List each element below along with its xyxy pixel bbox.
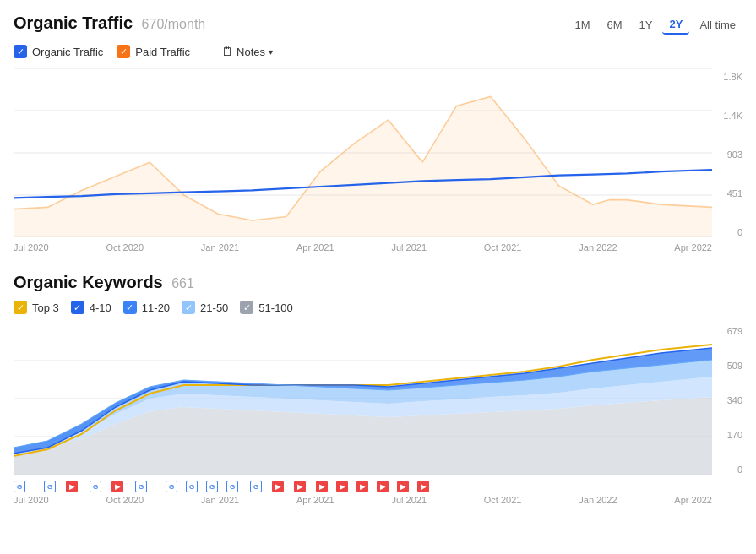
notes-label: Notes — [237, 46, 265, 58]
google-icon: G — [250, 481, 262, 492]
keywords-chart — [14, 323, 712, 475]
notes-chevron-icon: ▾ — [269, 47, 273, 57]
ky-label-3: 170 — [712, 430, 742, 440]
r4-10-label: 4-10 — [90, 301, 111, 314]
top3-label: Top 3 — [32, 301, 59, 314]
organic-traffic-x-axis: Jul 2020 Oct 2020 Jan 2021 Apr 2021 Jul … — [14, 241, 742, 253]
r11-20-label: 11-20 — [142, 301, 170, 314]
organic-keywords-header: Organic Keywords 661 — [14, 273, 742, 292]
flag-icon: ▶ — [356, 481, 368, 492]
notes-icon: 🗒 — [221, 45, 233, 58]
time-btn-2y[interactable]: 2Y — [662, 15, 689, 35]
flag-icon: ▶ — [377, 481, 389, 492]
kx-label-0: Jul 2020 — [14, 495, 49, 505]
flag-icon: ▶ — [316, 481, 328, 492]
google-icon: G — [226, 481, 238, 492]
x-label-4: Jul 2021 — [391, 242, 427, 253]
organic-keywords-title: Organic Keywords — [14, 273, 163, 291]
google-icon: G — [44, 481, 56, 492]
x-label-0: Jul 2020 — [14, 242, 49, 253]
x-label-2: Jan 2021 — [201, 242, 239, 253]
ky-label-2: 340 — [712, 395, 742, 405]
notes-button[interactable]: 🗒 Notes ▾ — [218, 43, 276, 60]
google-icon: G — [14, 481, 25, 492]
ky-label-0: 679 — [712, 326, 742, 336]
svg-marker-5 — [14, 96, 712, 237]
organic-traffic-title: Organic Traffic — [14, 14, 133, 32]
kx-label-4: Jul 2021 — [391, 495, 427, 505]
r11-20-checkbox[interactable]: ✓ — [123, 301, 137, 314]
organic-traffic-chart-wrapper: 1.8K 1.4K 903 451 0 — [14, 68, 742, 241]
google-icon: G — [166, 481, 177, 492]
r51-100-legend: ✓ 51-100 — [240, 301, 292, 314]
organic-checkbox[interactable]: ✓ — [14, 45, 27, 58]
r11-20-legend: ✓ 11-20 — [123, 301, 170, 314]
y-label-4: 0 — [712, 227, 742, 237]
keywords-legend-row: ✓ Top 3 ✓ 4-10 ✓ 11-20 ✓ 21-50 ✓ 51-100 — [14, 301, 742, 314]
organic-traffic-chart — [14, 68, 712, 237]
google-icon: G — [206, 481, 218, 492]
kx-label-5: Oct 2021 — [484, 495, 522, 505]
y-label-0: 1.8K — [712, 72, 742, 82]
flag-icon: ▶ — [66, 481, 78, 492]
organic-traffic-y-axis: 1.8K 1.4K 903 451 0 — [712, 68, 742, 241]
kx-label-3: Apr 2021 — [296, 495, 334, 505]
r21-50-label: 21-50 — [200, 301, 228, 314]
traffic-legend-row: ✓ Organic Traffic ✓ Paid Traffic 🗒 Notes… — [14, 43, 742, 60]
time-btn-6m[interactable]: 6M — [601, 16, 629, 34]
paid-checkbox[interactable]: ✓ — [117, 45, 130, 58]
organic-traffic-header: Organic Traffic 670/month 1M 6M 1Y 2Y Al… — [14, 14, 742, 35]
r21-50-legend: ✓ 21-50 — [182, 301, 228, 314]
x-label-1: Oct 2020 — [106, 242, 144, 253]
flag-icon: ▶ — [397, 481, 409, 492]
kx-label-2: Jan 2021 — [201, 495, 239, 505]
keywords-y-axis: 679 509 340 170 0 — [712, 323, 742, 478]
x-label-5: Oct 2021 — [484, 242, 522, 253]
keywords-x-axis: Jul 2020 Oct 2020 Jan 2021 Apr 2021 Jul … — [14, 493, 742, 505]
ky-label-4: 0 — [712, 464, 742, 475]
r4-10-checkbox[interactable]: ✓ — [71, 301, 84, 314]
x-label-3: Apr 2021 — [296, 242, 334, 253]
google-icon: G — [186, 481, 198, 492]
keywords-chart-wrapper: 679 509 340 170 0 — [14, 323, 742, 478]
r51-100-label: 51-100 — [258, 301, 292, 314]
x-label-6: Jan 2022 — [579, 242, 617, 253]
ky-label-1: 509 — [712, 361, 742, 371]
x-label-7: Apr 2022 — [674, 242, 712, 253]
organic-keywords-title-group: Organic Keywords 661 — [14, 273, 194, 292]
organic-traffic-section: Organic Traffic 670/month 1M 6M 1Y 2Y Al… — [14, 14, 742, 253]
time-btn-alltime[interactable]: All time — [693, 16, 742, 34]
organic-traffic-legend: ✓ Organic Traffic — [14, 45, 103, 58]
time-btn-1y[interactable]: 1Y — [633, 16, 660, 34]
organic-keywords-value: 661 — [171, 276, 194, 291]
legend-divider — [204, 45, 204, 58]
flag-icon: ▶ — [417, 481, 429, 492]
flag-icon: ▶ — [111, 481, 123, 492]
flag-icon: ▶ — [294, 481, 306, 492]
top3-checkbox[interactable]: ✓ — [14, 301, 27, 314]
time-btn-1m[interactable]: 1M — [568, 16, 596, 34]
kx-label-1: Oct 2020 — [106, 495, 144, 505]
google-icon: G — [135, 481, 147, 492]
top3-legend: ✓ Top 3 — [14, 301, 59, 314]
flag-icon: ▶ — [336, 481, 348, 492]
y-label-3: 451 — [712, 188, 742, 198]
y-label-1: 1.4K — [712, 111, 742, 121]
r51-100-checkbox[interactable]: ✓ — [240, 301, 253, 314]
google-icon: G — [90, 481, 101, 492]
organic-label: Organic Traffic — [32, 46, 103, 58]
organic-keywords-section: Organic Keywords 661 ✓ Top 3 ✓ 4-10 ✓ 11… — [14, 273, 742, 505]
flag-icon: ▶ — [272, 481, 284, 492]
organic-traffic-title-group: Organic Traffic 670/month — [14, 14, 205, 33]
google-icons-row: G G ▶ G ▶ G G G G G G ▶ ▶ ▶ ▶ ▶ ▶ ▶ ▶ — [14, 478, 742, 493]
y-label-2: 903 — [712, 149, 742, 160]
kx-label-7: Apr 2022 — [674, 495, 712, 505]
time-range-buttons: 1M 6M 1Y 2Y All time — [568, 15, 742, 35]
paid-label: Paid Traffic — [135, 46, 190, 58]
organic-traffic-value: 670/month — [142, 17, 206, 31]
r4-10-legend: ✓ 4-10 — [71, 301, 111, 314]
r21-50-checkbox[interactable]: ✓ — [182, 301, 195, 314]
paid-traffic-legend: ✓ Paid Traffic — [117, 45, 190, 58]
kx-label-6: Jan 2022 — [579, 495, 617, 505]
